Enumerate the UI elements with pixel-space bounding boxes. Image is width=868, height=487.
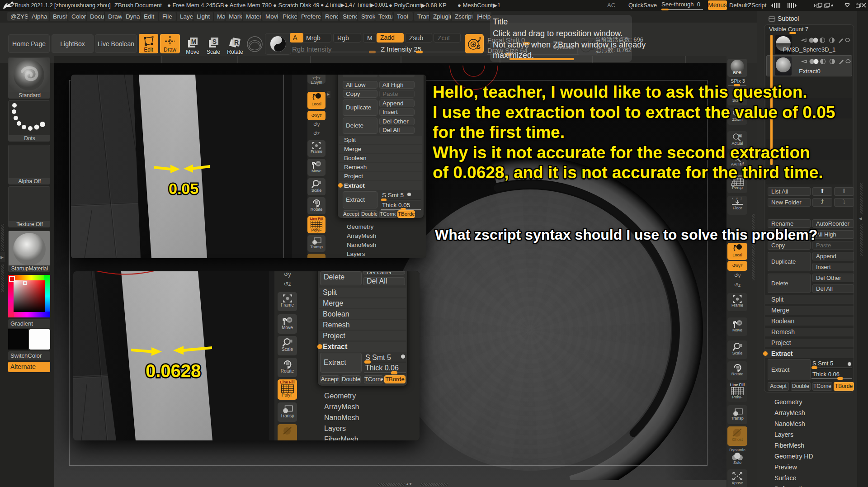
- svg-text:M: M: [191, 38, 197, 45]
- svg-text:0.05: 0.05: [169, 180, 198, 197]
- svg-text:S: S: [212, 38, 217, 45]
- svg-text:R: R: [234, 39, 239, 46]
- svg-text:0.0628: 0.0628: [146, 361, 201, 381]
- svg-text:x1: x1: [738, 134, 742, 137]
- svg-text:S: S: [476, 43, 481, 50]
